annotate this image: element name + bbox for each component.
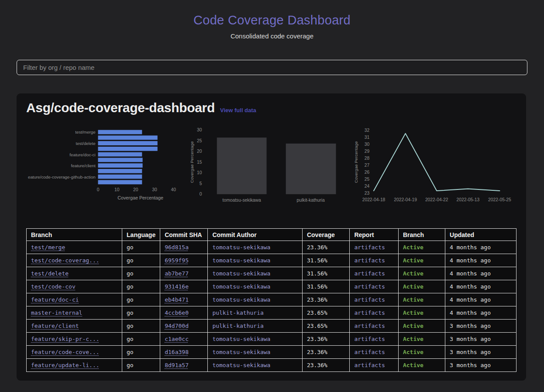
report-artifacts-link[interactable]: artifacts (354, 362, 385, 368)
language-cell: go (127, 362, 134, 368)
svg-text:2022-04-19: 2022-04-19 (394, 198, 417, 203)
report-artifacts-link[interactable]: artifacts (354, 323, 385, 329)
svg-text:Covergae Percentage: Covergae Percentage (189, 141, 194, 183)
coverage-cell: 23.36% (307, 336, 327, 342)
commit-author-cell: tomoatsu-sekikawa (212, 257, 270, 264)
table-row: feature/code-cove...god16a398tomoatsu-se… (27, 346, 516, 359)
branch-status-badge: Active (403, 323, 423, 329)
svg-text:5: 5 (199, 181, 202, 186)
branch-status-badge: Active (403, 283, 423, 290)
coverage-table: BranchLanguageCommit SHACommit AuthorCov… (26, 228, 516, 372)
commit-sha-link[interactable]: ab7be77 (165, 270, 189, 277)
commit-sha-link[interactable]: 94d700d (165, 323, 189, 329)
updated-cell: 3 months ago (450, 336, 491, 342)
commit-sha-link[interactable]: c1ae0cc (165, 336, 189, 342)
coverage-cell: 31.56% (307, 270, 327, 277)
commit-author-cell: tomoatsu-sekikawa (212, 336, 270, 342)
svg-text:tomoatsu-sekikawa: tomoatsu-sekikawa (222, 198, 261, 203)
branch-link[interactable]: test/code-coverag... (31, 257, 100, 264)
svg-text:2022-04-22: 2022-04-22 (425, 198, 448, 203)
svg-text:25: 25 (196, 138, 202, 143)
branch-link[interactable]: test/code-cov (31, 283, 76, 290)
column-header-updated-7: Updated (445, 229, 516, 241)
svg-text:28: 28 (365, 156, 370, 161)
language-cell: go (127, 270, 134, 277)
language-cell: go (127, 323, 134, 329)
table-row: test/code-coverag...go6959f95tomoatsu-se… (27, 254, 516, 267)
updated-cell: 4 months ago (450, 257, 491, 264)
svg-text:2022-05-13: 2022-05-13 (457, 198, 480, 203)
report-artifacts-link[interactable]: artifacts (354, 244, 385, 251)
svg-text:feature/client: feature/client (71, 163, 96, 168)
branch-link[interactable]: feature/client (31, 323, 79, 329)
updated-cell: 4 months ago (450, 296, 491, 303)
branch-link[interactable]: feature/skip-pr-c... (31, 336, 100, 342)
report-artifacts-link[interactable]: artifacts (354, 336, 385, 342)
branch-link[interactable]: test/delete (31, 270, 69, 277)
report-artifacts-link[interactable]: artifacts (354, 309, 385, 316)
svg-text:20: 20 (196, 149, 202, 154)
svg-text:eature/code-coverage-github-ac: eature/code-coverage-github-action (28, 175, 96, 179)
report-artifacts-link[interactable]: artifacts (354, 349, 385, 355)
commit-sha-link[interactable]: 931416e (165, 283, 189, 290)
branch-status-badge: Active (403, 349, 423, 355)
coverage-cell: 23.65% (307, 323, 327, 329)
table-row: test/code-covgo931416etomoatsu-sekikawa3… (27, 280, 516, 293)
branch-status-badge: Active (403, 270, 423, 277)
report-artifacts-link[interactable]: artifacts (354, 270, 385, 277)
svg-text:24: 24 (365, 184, 370, 189)
branch-status-badge: Active (403, 244, 423, 251)
svg-text:Covergae Percentage: Covergae Percentage (117, 195, 163, 200)
branch-status-badge: Active (403, 257, 423, 264)
branch-status-badge: Active (403, 296, 423, 303)
updated-cell: 4 months ago (450, 309, 491, 316)
svg-text:31: 31 (365, 135, 370, 140)
svg-text:15: 15 (196, 160, 202, 165)
branch-link[interactable]: test/merge (31, 244, 65, 251)
svg-text:26: 26 (365, 170, 370, 175)
commit-author-cell: tomoatsu-sekikawa (212, 349, 270, 355)
column-header-report-5: Report (350, 229, 399, 241)
table-row: feature/skip-pr-c...goc1ae0cctomoatsu-se… (27, 333, 516, 346)
updated-cell: 3 months ago (450, 323, 491, 329)
svg-text:40: 40 (171, 187, 176, 192)
commit-sha-link[interactable]: 6959f95 (165, 257, 189, 264)
page-header: Code Coverage Dashboard Consolidated cod… (0, 0, 544, 40)
branch-status-badge: Active (403, 362, 423, 368)
commit-sha-link[interactable]: 8d91a57 (165, 362, 189, 368)
commit-sha-link[interactable]: 4ccb6e0 (165, 309, 189, 316)
language-cell: go (127, 296, 134, 303)
branch-status-badge: Active (403, 309, 423, 316)
svg-text:30: 30 (152, 187, 157, 192)
table-row: test/deletegoab7be77tomoatsu-sekikawa31.… (27, 267, 516, 280)
branch-status-badge: Active (403, 336, 423, 342)
updated-cell: 4 months ago (450, 244, 491, 251)
commit-sha-link[interactable]: d16a398 (165, 349, 189, 355)
updated-cell: 4 months ago (450, 270, 491, 277)
updated-cell: 3 months ago (450, 349, 491, 355)
svg-text:29: 29 (365, 149, 370, 154)
commit-author-cell: tomoatsu-sekikawa (212, 270, 270, 277)
filter-input[interactable] (17, 60, 527, 75)
repo-card: Asg/code-coverage-dashboard View full da… (17, 93, 526, 381)
branch-link[interactable]: feature/code-cove... (31, 349, 100, 355)
coverage-trend-line-chart: 23242526272829303132Covergae Percentage2… (351, 126, 516, 209)
language-cell: go (127, 244, 134, 251)
report-artifacts-link[interactable]: artifacts (354, 283, 385, 290)
branch-link[interactable]: feature/update-li... (31, 362, 100, 368)
column-header-branch-0: Branch (27, 229, 122, 241)
commit-author-cell: tomoatsu-sekikawa (212, 244, 270, 251)
svg-text:30: 30 (365, 142, 370, 147)
branch-link[interactable]: master-internal (31, 309, 82, 316)
svg-text:test/merge: test/merge (75, 130, 96, 134)
language-cell: go (127, 336, 134, 342)
branch-coverage-bar-chart: test/mergetest/deletefeature/doc-cifeatu… (19, 126, 189, 209)
report-artifacts-link[interactable]: artifacts (354, 296, 385, 303)
view-full-data-link[interactable]: View full data (220, 107, 256, 113)
branch-link[interactable]: feature/doc-ci (31, 296, 79, 303)
commit-author-cell: tomoatsu-sekikawa (212, 362, 270, 368)
commit-sha-link[interactable]: eb4b471 (165, 296, 189, 303)
author-coverage-bar-chart: 051015202530Covergae Percentagetomoatsu-… (189, 126, 352, 209)
report-artifacts-link[interactable]: artifacts (354, 257, 385, 264)
commit-sha-link[interactable]: 96d815a (165, 244, 189, 251)
